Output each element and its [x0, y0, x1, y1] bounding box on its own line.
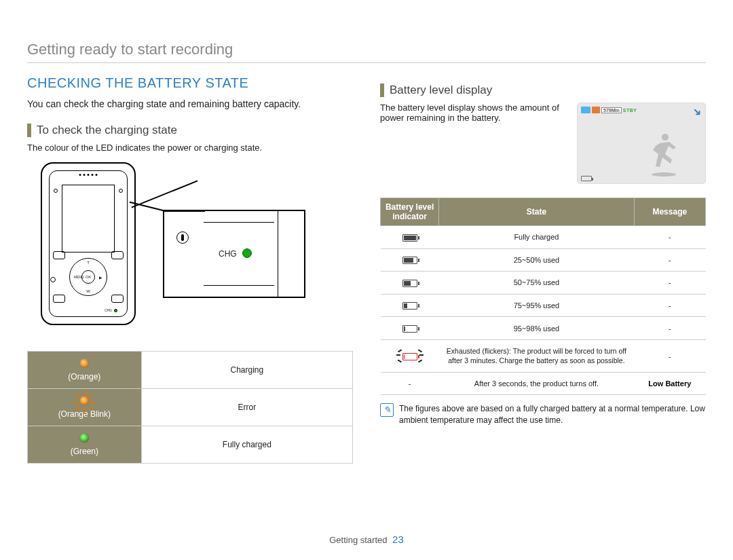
- battery-state-text: After 3 seconds, the product turns off.: [439, 373, 634, 395]
- main-section-heading: CHECKING THE BATTERY STATE: [27, 75, 353, 91]
- chg-text: CHG: [105, 308, 112, 312]
- screen-preview-thumbnail: 579Min STBY ➜: [577, 102, 706, 184]
- battery-2bar-icon: [402, 280, 417, 287]
- note-row: ✎ The figures above are based on a fully…: [380, 403, 706, 426]
- table-row: (Green) Fully charged: [28, 426, 353, 463]
- strap-hole-icon: [176, 231, 189, 244]
- page-footer: Getting started 23: [0, 534, 733, 545]
- chg-callout-magnified: CHG: [163, 210, 305, 298]
- camcorder-body-icon: OK T W MENU ▶ CHG: [41, 162, 136, 325]
- heading-accent-bar: [27, 124, 31, 137]
- page-number: 23: [392, 534, 404, 545]
- table-row: 95~98% used -: [381, 317, 706, 340]
- subheading-battery-level: Battery level display: [380, 83, 706, 97]
- table-header: Message: [634, 198, 705, 226]
- battery-level-table: Battery level indicator State Message Fu…: [380, 198, 706, 395]
- battery-state-text: 95~98% used: [439, 317, 634, 340]
- table-row: - After 3 seconds, the product turns off…: [381, 373, 706, 395]
- led-state-table: (Orange) Charging: [27, 351, 353, 464]
- blink-rays-icon: [73, 390, 95, 415]
- battery-message-text: -: [634, 317, 705, 340]
- resolution-icon: [581, 107, 590, 113]
- device-button-icon: [53, 295, 65, 303]
- battery-state-text: 50~75% used: [439, 272, 634, 295]
- led-orange-icon: [79, 358, 89, 368]
- battery-level-text: The battery level display shows the amou…: [380, 102, 570, 123]
- callout-connector-line: [131, 180, 198, 208]
- battery-none-cell: -: [381, 373, 439, 395]
- table-row: 25~50% used -: [381, 248, 706, 272]
- battery-message-text: -: [634, 248, 705, 272]
- led-green-icon: [79, 433, 89, 443]
- note-icon: ✎: [380, 403, 394, 417]
- battery-indicator-icon: [581, 176, 592, 181]
- battery-empty-icon: [402, 325, 417, 333]
- battery-message-text: -: [634, 339, 705, 372]
- section-divider: [27, 62, 706, 63]
- low-battery-message-text: Low Battery: [634, 373, 705, 395]
- table-row: 50~75% used -: [381, 272, 706, 295]
- device-screen-icon: [62, 185, 115, 253]
- svg-point-0: [652, 172, 676, 176]
- battery-state-text: Exhausted (flickers): The product will b…: [439, 339, 634, 372]
- led-state-text: Fully charged: [141, 426, 352, 463]
- subheading-text: Battery level display: [390, 83, 492, 97]
- chapter-title: Getting ready to start recording: [27, 41, 706, 58]
- chg-led-icon: [114, 309, 117, 312]
- battery-state-text: 75~95% used: [439, 294, 634, 317]
- charging-state-text: The colour of the LED indicates the powe…: [27, 143, 353, 153]
- chg-label-text: CHG: [219, 249, 237, 259]
- table-row: (Orange Blink) Error: [28, 388, 353, 426]
- battery-state-text: Fully charged: [439, 226, 634, 249]
- table-row: (Orange) Charging: [28, 351, 353, 388]
- table-row: Fully charged -: [381, 226, 706, 249]
- battery-flicker-icon: [402, 352, 417, 360]
- subheading-text: To check the charging state: [37, 124, 177, 137]
- device-button-icon: [111, 295, 124, 303]
- led-state-text: Charging: [141, 351, 352, 388]
- footer-section-text: Getting started: [329, 535, 387, 545]
- table-header: State: [439, 198, 634, 226]
- device-button-icon: [111, 251, 124, 259]
- time-remaining-text: 579Min: [601, 107, 622, 113]
- battery-1bar-icon: [402, 302, 417, 310]
- device-dpad-icon: OK T W MENU ▶: [69, 258, 107, 296]
- heading-accent-bar: [380, 83, 384, 97]
- intro-paragraph: You can check the charging state and rem…: [27, 98, 353, 111]
- led-label-text: (Orange): [68, 372, 100, 381]
- note-text: The figures above are based on a fully c…: [399, 403, 706, 426]
- skater-silhouette-icon: [645, 130, 685, 177]
- chg-led-green-icon: [242, 248, 252, 258]
- battery-message-text: -: [634, 226, 705, 249]
- table-header: Battery level indicator: [381, 198, 439, 226]
- led-state-text: Error: [141, 388, 352, 426]
- stby-text: STBY: [623, 108, 637, 113]
- table-row: 75~95% used -: [381, 294, 706, 317]
- battery-message-text: -: [634, 294, 705, 317]
- led-label-text: (Green): [71, 447, 98, 456]
- device-illustration: OK T W MENU ▶ CHG: [41, 162, 312, 339]
- device-button-icon: [53, 251, 65, 259]
- table-row: Exhausted (flickers): The product will b…: [381, 339, 706, 372]
- battery-message-text: -: [634, 272, 705, 295]
- battery-state-text: 25~50% used: [439, 248, 634, 272]
- mode-icon: [592, 107, 600, 113]
- subheading-charging-state: To check the charging state: [27, 124, 353, 137]
- battery-3bar-icon: [402, 257, 417, 264]
- battery-full-icon: [402, 234, 417, 242]
